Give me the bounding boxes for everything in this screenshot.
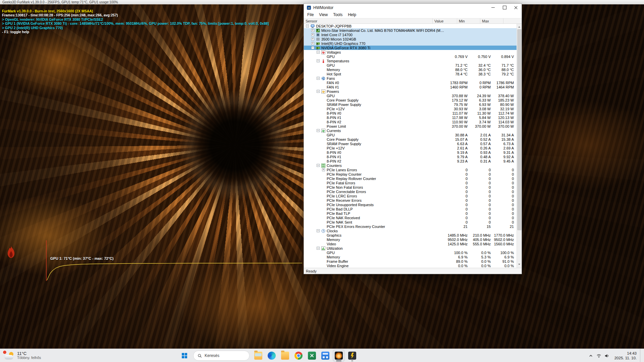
column-header-value[interactable]: Value xyxy=(433,18,457,23)
expand-box[interactable]: + xyxy=(311,29,314,32)
row-pcie-non-fatal-errors[interactable]: PCIe Non Fatal Errors000 xyxy=(304,185,517,189)
row-memory[interactable]: Memory6.9 %5.3 %6.9 % xyxy=(304,255,517,259)
show-desktop-button[interactable] xyxy=(640,349,642,362)
row-frame-buffer[interactable]: Frame Buffer89.0 %0.0 %91.0 % xyxy=(304,259,517,263)
collapse-box[interactable]: − xyxy=(317,164,320,167)
row-gpu[interactable]: GPU100.0 %0.0 %100.0 % xyxy=(304,250,517,255)
expand-box[interactable]: + xyxy=(311,33,314,36)
row-utilization[interactable]: −Utilization xyxy=(304,246,517,250)
menu-view[interactable]: View xyxy=(316,12,330,18)
row-pcie-correctable-errors[interactable]: PCIe Correctable Errors000 xyxy=(304,189,517,194)
row-clocks[interactable]: −Clocks xyxy=(304,229,517,233)
row-3500-micron-1024gb[interactable]: +3500 Micron 1024GB xyxy=(304,37,517,41)
column-header-sensor[interactable]: Sensor xyxy=(304,18,433,23)
collapse-box[interactable]: − xyxy=(317,59,320,62)
scrollbar-thumb[interactable] xyxy=(517,29,522,230)
collapse-box[interactable]: − xyxy=(317,229,320,232)
taskbar-app-furmark[interactable] xyxy=(333,350,345,362)
close-button[interactable] xyxy=(510,4,522,11)
row-intel-r-uhd-graphics-770[interactable]: +Intel(R) UHD Graphics 770 xyxy=(304,41,517,46)
row-core-power-supply[interactable]: Core Power Supply15.07 A0.52 A15.38 A xyxy=(304,137,517,141)
row-sram-power-supply[interactable]: SRAM Power Supply6.63 A0.57 A6.73 A xyxy=(304,141,517,146)
hwmonitor-titlebar[interactable]: HWMonitor xyxy=(304,4,522,11)
row-power-limit[interactable]: Power Limit370.00 W370.00 W370.00 W xyxy=(304,124,517,128)
row-pcie-12v[interactable]: PCIe +12V2.61 A0.26 A2.69 A xyxy=(304,146,517,150)
row-pcie-12v[interactable]: PCIe +12V30.93 W3.08 W32.19 W xyxy=(304,107,517,111)
row-nvidia-geforce-rtx-3080-ti[interactable]: −NVIDIA GeForce RTX 3080 Ti xyxy=(304,46,517,50)
row-pcie-nak-received[interactable]: PCIe NAK Received000 xyxy=(304,216,517,220)
menu-help[interactable]: Help xyxy=(345,12,359,18)
row-gpu[interactable]: GPU30.88 A2.01 A31.34 A xyxy=(304,133,517,137)
scroll-up-arrow[interactable] xyxy=(517,24,522,29)
row-pcie-replay-rollover-counter[interactable]: PCIe Replay Rollover Counter000 xyxy=(304,176,517,181)
scroll-down-arrow[interactable] xyxy=(517,263,522,268)
row-pcie-nak-sent[interactable]: PCIe NAK Sent000 xyxy=(304,220,517,224)
row-gpu[interactable]: GPU0.769 V0.750 V0.894 V xyxy=(304,54,517,59)
taskbar-app-calculator[interactable] xyxy=(319,350,331,362)
row-pcie-bad-dllp[interactable]: PCIe Bad DLLP000 xyxy=(304,207,517,211)
minimize-button[interactable] xyxy=(487,4,499,11)
row-8-pin-2[interactable]: 8-PIN #2110.90 W3.74 W114.03 W xyxy=(304,120,517,124)
expand-box[interactable]: + xyxy=(311,38,314,41)
row-gpu[interactable]: GPU370.88 W24.39 W378.40 W xyxy=(304,94,517,98)
row-currents[interactable]: −Currents xyxy=(304,128,517,133)
taskbar-app-hwmonitor[interactable] xyxy=(346,350,358,362)
taskbar-app-file-explorer[interactable] xyxy=(252,350,264,362)
taskbar-search[interactable]: Keresés xyxy=(193,351,250,361)
clock[interactable]: 14:43 2025. 11. 10. xyxy=(612,350,639,361)
row-8-pin-2[interactable]: 8-PIN #29.23 A0.31 A9.45 A xyxy=(304,159,517,163)
row-desktop-jqpfpbb[interactable]: −DESKTOP-JQPFPBB xyxy=(304,24,517,28)
maximize-button[interactable] xyxy=(499,4,510,11)
row-8-pin-0[interactable]: 8-PIN #09.19 A0.93 A9.31 A xyxy=(304,150,517,155)
collapse-box[interactable]: − xyxy=(311,46,314,49)
row-voltages[interactable]: −Voltages xyxy=(304,50,517,54)
row-pcie-lcrc-errors[interactable]: PCIe LCRC Errors000 xyxy=(304,194,517,198)
row-graphics[interactable]: Graphics1485.0 MHz210.0 MHz1770.0 MHz xyxy=(304,233,517,237)
row-pcie-unsupported-requests[interactable]: PCIe Unsupported Requests000 xyxy=(304,202,517,207)
chevron-up-icon[interactable] xyxy=(587,351,595,360)
row-memory[interactable]: Memory88.0 °C36.0 °C88.0 °C xyxy=(304,67,517,72)
row-gpu[interactable]: GPU71.2 °C32.4 °C71.7 °C xyxy=(304,63,517,67)
row-8-pin-1[interactable]: 8-PIN #1117.98 W5.84 W120.13 W xyxy=(304,115,517,120)
row-fan-1[interactable]: FAN #11460 RPM0 RPM1464 RPM xyxy=(304,85,517,89)
row-intel-core-i7-14700[interactable]: +Intel Core i7 14700 xyxy=(304,33,517,37)
row-video[interactable]: Video1425.0 MHz555.0 MHz1560.0 MHz xyxy=(304,242,517,246)
row-sram-power-supply[interactable]: SRAM Power Supply79.75 W6.93 W80.90 W xyxy=(304,102,517,107)
row-fans[interactable]: −Fans xyxy=(304,76,517,80)
row-pcie-receiver-errors[interactable]: PCIe Receiver Errors000 xyxy=(304,198,517,202)
row-fan-0[interactable]: FAN #01783 RPM0 RPM1786 RPM xyxy=(304,80,517,85)
row-hot-spot[interactable]: Hot Spot78.4 °C38.3 °C79.2 °C xyxy=(304,72,517,76)
row-powers[interactable]: −Powers xyxy=(304,89,517,94)
menu-file[interactable]: File xyxy=(305,12,316,18)
row-pcie-bad-tlp[interactable]: PCIe Bad TLP000 xyxy=(304,211,517,216)
collapse-box[interactable]: − xyxy=(317,51,320,54)
network-icon[interactable] xyxy=(595,351,603,360)
menu-tools[interactable]: Tools xyxy=(330,12,345,18)
collapse-box[interactable]: − xyxy=(306,24,309,27)
row-video-engine[interactable]: Video Engine0.0 %0.0 %0.0 % xyxy=(304,263,517,268)
expand-box[interactable]: + xyxy=(311,42,314,45)
row-8-pin-0[interactable]: 8-PIN #0111.07 W11.30 W112.74 W xyxy=(304,111,517,115)
collapse-box[interactable]: − xyxy=(317,77,320,80)
collapse-box[interactable]: − xyxy=(317,247,320,250)
row-pcie-fatal-errors[interactable]: PCIe Fatal Errors000 xyxy=(304,181,517,185)
collapse-box[interactable]: − xyxy=(317,129,320,132)
column-header-min[interactable]: Min xyxy=(457,18,480,23)
row-counters[interactable]: −Counters xyxy=(304,163,517,168)
collapse-box[interactable]: − xyxy=(317,90,320,93)
start-button[interactable] xyxy=(178,350,191,362)
row-micro-star-international-co-ltd-mag-b760-tomahawk-wifi-ddr4-ms-7[interactable]: +Micro-Star International Co. Ltd. MAG B… xyxy=(304,28,517,33)
row-memory[interactable]: Memory9502.0 MHz405.0 MHz9502.0 MHz xyxy=(304,237,517,242)
taskbar-app-excel[interactable] xyxy=(306,350,318,362)
taskbar-app-chrome[interactable] xyxy=(292,350,305,362)
row-pcie-replay-counter[interactable]: PCIe Replay Counter000 xyxy=(304,172,517,176)
row-8-pin-1[interactable]: 8-PIN #19.79 A0.48 A9.92 A xyxy=(304,155,517,159)
column-header-max[interactable]: Max xyxy=(480,18,503,23)
taskbar-app-edge[interactable] xyxy=(266,350,278,362)
volume-icon[interactable] xyxy=(603,351,611,360)
row-temperatures[interactable]: −Temperatures xyxy=(304,59,517,63)
expand-box[interactable]: + xyxy=(322,168,325,171)
row-pcie-lanes-errors[interactable]: +PCIe Lanes Errors000 xyxy=(304,168,517,172)
weather-widget[interactable]: 11°C Többny. felhős xyxy=(1,350,44,362)
row-pcie-pex-errors-recovery-counter[interactable]: PCIe PEX Errors Recovery Counter211521 xyxy=(304,224,517,229)
